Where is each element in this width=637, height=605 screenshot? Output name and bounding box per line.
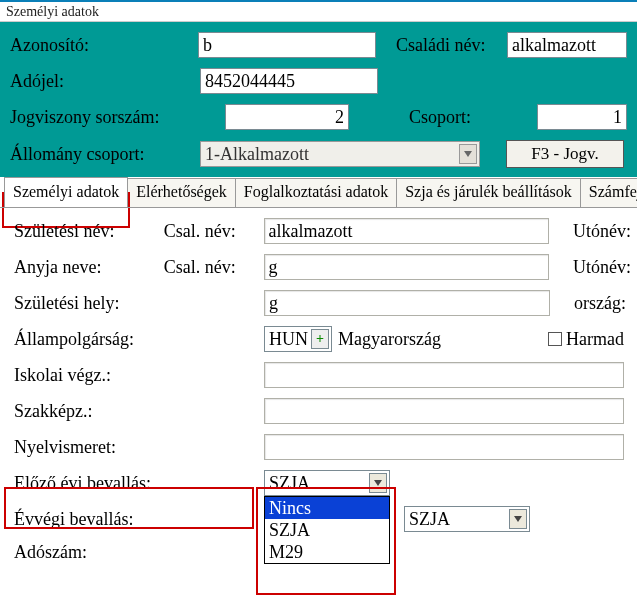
stock-label: Állomány csoport: <box>10 142 200 166</box>
option-nincs[interactable]: Nincs <box>265 497 389 519</box>
vocation-label: Szakképz.: <box>14 401 264 422</box>
chevron-down-icon <box>369 473 387 493</box>
option-szja[interactable]: SZJA <box>265 519 389 541</box>
citizenship-code-input[interactable]: HUN + <box>264 326 332 352</box>
edu-input[interactable] <box>264 362 624 388</box>
id-label: Azonosító: <box>10 33 198 57</box>
citizenship-code: HUN <box>269 329 308 350</box>
utonev-label-1: Utónév: <box>573 221 631 242</box>
csal-label-2: Csal. név: <box>164 257 264 278</box>
tax-input[interactable] <box>200 68 378 94</box>
tab-tax-settings[interactable]: Szja és járulék beállítások <box>396 178 581 208</box>
group-label: Csoport: <box>409 105 537 129</box>
family-input[interactable] <box>507 32 627 58</box>
family-label: Családi név: <box>396 33 507 57</box>
f3-button[interactable]: F3 - Jogv. <box>506 140 624 168</box>
rel-label: Jogviszony sorszám: <box>10 105 225 129</box>
mother-label: Anyja neve: <box>14 257 164 278</box>
prev-return-dropdown[interactable]: Nincs SZJA M29 <box>264 496 390 564</box>
stock-value: 1-Alkalmazott <box>205 144 309 165</box>
tab-payroll[interactable]: Számfejtési beáll <box>580 178 637 208</box>
birth-name-input[interactable] <box>264 218 549 244</box>
tab-contacts[interactable]: Elérhetőségek <box>127 178 236 208</box>
plus-icon[interactable]: + <box>311 329 329 349</box>
tax-label: Adójel: <box>10 69 200 93</box>
citizenship-label: Állampolgárság: <box>14 329 264 350</box>
language-input[interactable] <box>264 434 624 460</box>
birthplace-input[interactable] <box>264 290 550 316</box>
prev-return-value: SZJA <box>269 473 310 494</box>
tab-employment[interactable]: Foglalkoztatási adatok <box>235 178 397 208</box>
birth-name-label: Születési név: <box>14 221 164 242</box>
year-end-label: Évvégi bevallás: <box>14 509 264 530</box>
window-titlebar: Személyi adatok <box>0 0 637 22</box>
stock-select[interactable]: 1-Alkalmazott <box>200 141 480 167</box>
chevron-down-icon <box>509 509 527 529</box>
chevron-down-icon <box>459 144 477 164</box>
group-input[interactable] <box>537 104 627 130</box>
form-area: Születési név: Csal. név: Utónév: Anyja … <box>0 207 637 563</box>
year-end-value-2: SZJA <box>409 509 450 530</box>
tab-personal[interactable]: Személyi adatok <box>4 177 128 207</box>
birthplace-label: Születési hely: <box>14 293 264 314</box>
edu-label: Iskolai végz.: <box>14 365 264 386</box>
csal-label-1: Csal. név: <box>164 221 264 242</box>
f3-label: F3 - Jogv. <box>531 144 598 164</box>
year-end-select-2[interactable]: SZJA <box>404 506 530 532</box>
vocation-input[interactable] <box>264 398 624 424</box>
window-title: Személyi adatok <box>6 4 99 19</box>
country-label: ország: <box>574 293 626 314</box>
id-input[interactable] <box>198 32 376 58</box>
mother-input[interactable] <box>264 254 549 280</box>
header-panel: Azonosító: Családi név: Adójel: Jogviszo… <box>0 22 637 178</box>
tab-bar: Személyi adatok Elérhetőségek Foglalkozt… <box>0 177 637 207</box>
rel-input[interactable] <box>225 104 349 130</box>
prev-return-label: Előző évi bevallás: <box>14 473 264 494</box>
option-m29[interactable]: M29 <box>265 541 389 563</box>
utonev-label-2: Utónév: <box>573 257 631 278</box>
language-label: Nyelvismeret: <box>14 437 264 458</box>
citizenship-name: Magyarország <box>338 329 548 350</box>
third-country-checkbox[interactable] <box>548 332 562 346</box>
prev-return-select[interactable]: SZJA <box>264 470 390 496</box>
tax-num-label: Adószám: <box>14 542 264 563</box>
third-country-label: Harmad <box>566 329 624 350</box>
